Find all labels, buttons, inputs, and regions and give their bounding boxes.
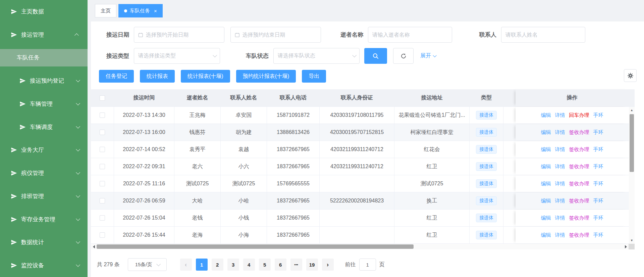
- stats-report-shiyan-button[interactable]: 统计报表(十堰): [181, 70, 230, 83]
- details-link[interactable]: 详情: [555, 112, 565, 119]
- sidebar-item-车队任务[interactable]: 车队任务: [0, 49, 88, 66]
- goto-page-input[interactable]: [359, 259, 376, 271]
- return-car-link[interactable]: 回车办理: [569, 112, 589, 119]
- row-checkbox[interactable]: [100, 181, 105, 186]
- edit-link[interactable]: 编辑: [541, 198, 551, 204]
- row-checkbox[interactable]: [100, 215, 105, 221]
- sidebar-item-接运预约登记[interactable]: 接运预约登记: [0, 69, 88, 92]
- cell-deceased-name: 袁秀平: [174, 141, 221, 158]
- vertical-scrollbar-thumb[interactable]: [630, 114, 634, 172]
- sign-off-link[interactable]: 签收办理: [569, 181, 589, 187]
- expand-link[interactable]: 展开: [420, 52, 435, 59]
- header-gap: [503, 89, 516, 106]
- edit-link[interactable]: 编辑: [541, 146, 551, 153]
- details-link[interactable]: 详情: [555, 232, 565, 238]
- wristband-link[interactable]: 手环: [593, 164, 603, 170]
- row-checkbox[interactable]: [100, 130, 105, 135]
- details-link[interactable]: 详情: [555, 198, 565, 204]
- fleet-status-select[interactable]: 请选择车队状态: [273, 48, 360, 64]
- sidebar-item-寄存业务管理[interactable]: 寄存业务管理: [0, 208, 88, 231]
- contact-input[interactable]: [501, 27, 585, 43]
- details-link[interactable]: 详情: [555, 129, 565, 136]
- wristband-link[interactable]: 手环: [593, 181, 603, 187]
- page-button-3[interactable]: 3: [227, 259, 239, 271]
- scroll-down-icon[interactable]: ▼: [630, 237, 633, 244]
- row-checkbox[interactable]: [100, 147, 105, 152]
- task-register-button[interactable]: 任务登记: [99, 70, 134, 83]
- row-checkbox[interactable]: [100, 198, 105, 203]
- sidebar-item-殡仪管理[interactable]: 殡仪管理: [0, 161, 88, 185]
- edit-link[interactable]: 编辑: [541, 129, 551, 136]
- scroll-right-icon[interactable]: [623, 244, 629, 249]
- row-checkbox[interactable]: [100, 112, 105, 118]
- wristband-link[interactable]: 手环: [593, 215, 603, 221]
- date-start-input[interactable]: [134, 27, 224, 43]
- booking-stats-report-shiyan-button[interactable]: 预约统计报表(十堰): [236, 70, 296, 83]
- sidebar-item-业务大厅[interactable]: 业务大厅: [0, 139, 88, 162]
- page-size-select[interactable]: 15条/页: [128, 258, 167, 271]
- sign-off-link[interactable]: 签收办理: [569, 215, 589, 221]
- tab-主页[interactable]: 主页: [95, 4, 116, 17]
- tab-车队任务[interactable]: 车队任务 ×: [118, 4, 163, 17]
- scroll-left-icon[interactable]: [91, 244, 97, 249]
- prev-page-button[interactable]: ‹: [180, 259, 192, 271]
- vertical-scrollbar[interactable]: ▲ ▼: [629, 107, 635, 244]
- cell-deceased-name: 老六: [174, 158, 221, 175]
- edit-link[interactable]: 编辑: [541, 215, 551, 221]
- search-button[interactable]: [364, 48, 387, 64]
- wristband-link[interactable]: 手环: [593, 129, 603, 136]
- details-link[interactable]: 详情: [555, 164, 565, 170]
- deceased-name-input[interactable]: [368, 27, 452, 43]
- wristband-link[interactable]: 手环: [593, 112, 603, 119]
- cell-pickup-address: 红花会: [394, 141, 470, 158]
- refresh-button[interactable]: [393, 48, 414, 64]
- page-button-5[interactable]: 5: [259, 259, 271, 271]
- row-checkbox[interactable]: [100, 164, 105, 169]
- table-row: 2022-07-13 16:00 钱惠芬 胡为建 13886813426 420…: [91, 124, 635, 141]
- pickup-type-select[interactable]: 请选择接运类型: [134, 48, 220, 64]
- sign-off-link[interactable]: 签收办理: [569, 129, 589, 136]
- chevron-down-icon: [76, 239, 80, 244]
- sign-off-link[interactable]: 签收办理: [569, 146, 589, 153]
- sidebar-item-接运管理[interactable]: 接运管理: [0, 23, 88, 46]
- export-button[interactable]: 导出: [302, 70, 326, 83]
- sidebar-item-数据统计[interactable]: 数据统计: [0, 231, 88, 254]
- details-link[interactable]: 详情: [555, 146, 565, 153]
- page-button-2[interactable]: 2: [212, 259, 223, 271]
- wristband-link[interactable]: 手环: [593, 146, 603, 153]
- table-row: 2022-07-14 00:52 袁秀平 袁越 18372667965 4203…: [91, 141, 635, 158]
- sidebar-item-排班管理[interactable]: 排班管理: [0, 185, 88, 208]
- settings-button[interactable]: [624, 69, 637, 82]
- horizontal-scrollbar-thumb[interactable]: [97, 244, 414, 249]
- sign-off-link[interactable]: 签收办理: [569, 198, 589, 204]
- date-end-input[interactable]: [230, 27, 321, 43]
- page-button-1[interactable]: 1: [196, 259, 208, 271]
- page-button-6[interactable]: 6: [275, 259, 286, 271]
- edit-link[interactable]: 编辑: [541, 164, 551, 170]
- horizontal-scrollbar[interactable]: [91, 244, 635, 249]
- page-button-19[interactable]: 19: [306, 259, 318, 271]
- stats-report-button[interactable]: 统计报表: [140, 70, 175, 83]
- pager-ellipsis[interactable]: •••: [290, 259, 302, 271]
- cell-gap: [503, 141, 516, 158]
- sign-off-link[interactable]: 签收办理: [569, 164, 589, 170]
- next-page-button[interactable]: ›: [322, 259, 334, 271]
- select-all-checkbox[interactable]: [100, 95, 105, 101]
- sidebar-item-车辆管理[interactable]: 车辆管理: [0, 92, 88, 116]
- page-button-4[interactable]: 4: [243, 259, 255, 271]
- details-link[interactable]: 详情: [555, 181, 565, 187]
- row-checkbox[interactable]: [100, 232, 105, 238]
- edit-link[interactable]: 编辑: [541, 232, 551, 238]
- details-link[interactable]: 详情: [555, 215, 565, 221]
- wristband-link[interactable]: 手环: [593, 232, 603, 238]
- edit-link[interactable]: 编辑: [541, 181, 551, 187]
- scroll-up-icon[interactable]: ▲: [630, 107, 633, 113]
- wristband-link[interactable]: 手环: [593, 198, 603, 204]
- sidebar-item-主页数据[interactable]: 主页数据: [0, 0, 88, 23]
- sign-off-link[interactable]: 签收办理: [569, 232, 589, 238]
- tab-close-icon[interactable]: ×: [154, 8, 157, 13]
- sidebar-item-车辆调度[interactable]: 车辆调度: [0, 116, 88, 139]
- sidebar-item-监控设备[interactable]: 监控设备: [0, 254, 88, 277]
- edit-link[interactable]: 编辑: [541, 112, 551, 119]
- cell-pickup-time: 2022-07-14 00:52: [114, 141, 174, 158]
